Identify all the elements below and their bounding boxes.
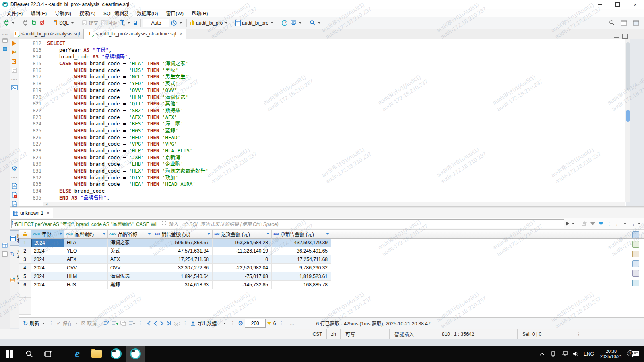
cell-r3c6[interactable]: 17,254,711.68	[272, 255, 331, 264]
perspective-icon[interactable]	[621, 20, 627, 26]
sql-editor-button[interactable]: SQL	[51, 19, 76, 27]
transaction-dropdown[interactable]	[128, 22, 130, 24]
cell-r5c4[interactable]: 1,894,540.64	[153, 272, 213, 281]
query-log-icon[interactable]	[2, 251, 8, 258]
menu-item-5[interactable]: 数据库(D)	[133, 9, 162, 17]
cell-r2c4[interactable]: 47,571,631.84	[153, 247, 213, 255]
usb-tray-icon[interactable]	[548, 351, 559, 357]
results-panel-icon[interactable]	[2, 243, 8, 249]
autocommit-lock-button[interactable]	[132, 20, 138, 26]
goto-row-button[interactable]: 0	[174, 321, 180, 326]
editor-area-icon[interactable]	[633, 20, 639, 26]
cell-r2c5[interactable]: -11,326,140.19	[213, 247, 272, 255]
back-button[interactable]: ←	[615, 220, 621, 227]
cell-r4c3[interactable]: OVV	[108, 264, 153, 272]
results-tab-unknown1[interactable]: unknown 1 ×	[10, 208, 53, 218]
custom-filter-button[interactable]	[599, 222, 603, 225]
cell-r1c1[interactable]: 2024	[31, 239, 64, 247]
column-header-4[interactable]: 123退货金额 (元)	[213, 230, 272, 239]
erase-filter-button[interactable]	[582, 221, 587, 226]
cell-r2c3[interactable]: 英式	[108, 247, 153, 255]
cell-r3c1[interactable]: 2024	[31, 255, 64, 264]
cell-r6c4[interactable]: 314,618.63	[153, 281, 213, 289]
back-dropdown[interactable]	[624, 223, 626, 224]
connect-button[interactable]	[2, 19, 17, 27]
volume-tray-icon[interactable]	[570, 351, 582, 356]
menu-item-1[interactable]: 编辑(E)	[27, 9, 50, 17]
cell-r5c1[interactable]: 2024	[31, 272, 64, 281]
row-number[interactable]: 5	[19, 272, 31, 281]
first-row-button[interactable]	[146, 321, 151, 326]
prev-row-button[interactable]	[153, 321, 157, 326]
cell-r4c2[interactable]: OVV	[64, 264, 108, 272]
filter-input[interactable]: SELECT perYear AS "年份", brand_code AS "品…	[11, 219, 564, 228]
filter-history-dropdown[interactable]	[572, 223, 574, 224]
column-menu-icon[interactable]	[59, 233, 62, 235]
row-number[interactable]: 1	[19, 239, 31, 247]
menu-item-2[interactable]: 导航(N)	[51, 9, 75, 17]
tab-analysis-sql[interactable]: <audit_bi_pro> analysis.sql	[10, 29, 84, 39]
caret-position[interactable]: 810 : 1 : 35642	[437, 329, 517, 339]
results-tab-close-icon[interactable]: ×	[47, 210, 50, 216]
minimize-view-icon[interactable]	[614, 34, 619, 38]
terminal-icon[interactable]	[10, 83, 19, 92]
add-row-icon[interactable]	[112, 321, 118, 326]
execute-statement-button[interactable]	[10, 39, 19, 48]
column-menu-icon[interactable]	[326, 233, 329, 235]
column-menu-icon[interactable]	[266, 233, 270, 235]
dbeaver-taskbar-icon[interactable]	[106, 346, 126, 362]
write-mode-indicator[interactable]: 可写	[340, 329, 389, 339]
minimize-button[interactable]	[591, 0, 609, 9]
grouping-panel-icon[interactable]	[632, 280, 639, 286]
row-number[interactable]: 2	[19, 247, 31, 255]
notification-center-icon[interactable]: 1	[626, 350, 644, 357]
restore-panel-icon[interactable]	[2, 38, 8, 44]
cell-r4c6[interactable]: 9,786,290.32	[272, 264, 331, 272]
schema-selector[interactable]: audit_bi_pro	[234, 19, 276, 27]
results-grid[interactable]: ABC年份ABC品牌编码ABC品牌名称123销售金额 (元)123退货金额 (元…	[19, 230, 644, 317]
cell-r3c3[interactable]: AEX	[108, 255, 153, 264]
cell-r2c2[interactable]: YEO	[64, 247, 108, 255]
close-button[interactable]: ×	[626, 0, 644, 9]
edit-cell-icon[interactable]	[103, 321, 109, 326]
taskbar-search-button[interactable]	[19, 346, 39, 362]
tab-analysis-cleartime-sql[interactable]: <audit_bi_pro> analysis_cleartime.sql ×	[84, 29, 186, 39]
column-header-1[interactable]: ABC品牌编码	[64, 230, 108, 239]
cell-r1c6[interactable]: 432,593,179.39	[272, 239, 331, 247]
column-header-0[interactable]: ABC年份	[31, 230, 64, 239]
row-number[interactable]: 3	[19, 255, 31, 264]
editor-horizontal-scrollbar[interactable]: ◄	[43, 202, 625, 206]
explain-plan-button[interactable]	[10, 66, 19, 74]
reconnect-button[interactable]	[30, 19, 38, 27]
row-number-header[interactable]	[19, 230, 31, 239]
menu-item-7[interactable]: 帮助(H)	[188, 9, 212, 17]
apply-filter-button[interactable]	[566, 222, 569, 226]
tx-log-button[interactable]	[169, 19, 184, 27]
metadata-panel-icon[interactable]	[632, 260, 639, 267]
cell-r4c1[interactable]: 2024	[31, 264, 64, 272]
database-selector[interactable]: audit_bi_pro	[189, 19, 230, 27]
menu-item-6[interactable]: 窗口(W)	[163, 9, 187, 17]
grid-settings-gear-icon[interactable]: ⚙	[238, 320, 243, 327]
cell-r6c3[interactable]: 黑鲸	[108, 281, 153, 289]
search-dropdown[interactable]	[318, 22, 320, 24]
server-output-dropdown[interactable]	[299, 22, 301, 24]
cell-r6c1[interactable]: 2024	[31, 281, 64, 289]
expand-filter-icon[interactable]	[159, 221, 166, 226]
sql-editor-dropdown[interactable]	[71, 22, 74, 24]
cell-r5c5[interactable]: -75,017.03	[213, 272, 272, 281]
column-menu-icon[interactable]	[148, 233, 151, 235]
value-viewer-icon[interactable]	[632, 241, 639, 248]
save-script-error-icon[interactable]: !	[10, 190, 19, 199]
toolbar-search-button[interactable]	[308, 19, 323, 27]
quick-search-icon[interactable]	[609, 20, 615, 26]
cell-r5c3[interactable]: 海澜优选	[108, 272, 153, 281]
connect-dropdown[interactable]	[12, 22, 14, 24]
cell-r1c5[interactable]: -163,364,684.28	[213, 239, 272, 247]
cell-r1c4[interactable]: 595,957,863.67	[153, 239, 213, 247]
database-navigator-icon[interactable]	[2, 46, 8, 53]
cell-r5c2[interactable]: HLM	[64, 272, 108, 281]
save-button[interactable]: ✓保存	[57, 320, 79, 327]
column-menu-icon[interactable]	[103, 233, 106, 235]
tab-close-icon[interactable]: ×	[180, 31, 182, 37]
